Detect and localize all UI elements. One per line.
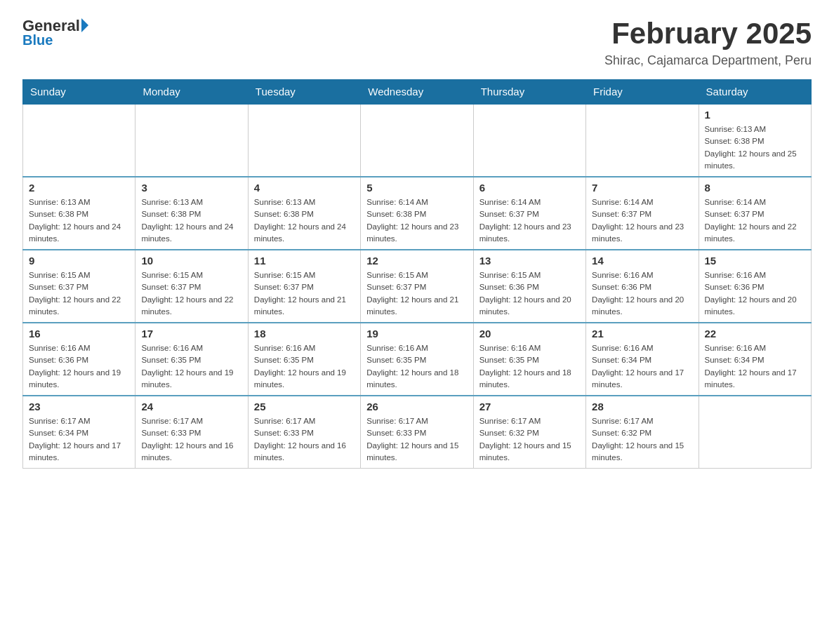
calendar-day-cell: 26Sunrise: 6:17 AMSunset: 6:33 PMDayligh… (361, 396, 473, 469)
day-info: Sunrise: 6:14 AMSunset: 6:37 PMDaylight:… (705, 196, 805, 245)
day-info: Sunrise: 6:17 AMSunset: 6:32 PMDaylight:… (479, 415, 580, 464)
day-info: Sunrise: 6:16 AMSunset: 6:35 PMDaylight:… (366, 342, 467, 391)
day-info: Sunrise: 6:13 AMSunset: 6:38 PMDaylight:… (29, 196, 129, 245)
day-number: 12 (366, 255, 467, 267)
calendar-header-row: Sunday Monday Tuesday Wednesday Thursday… (23, 80, 812, 105)
calendar-week-row: 1Sunrise: 6:13 AMSunset: 6:38 PMDaylight… (23, 104, 812, 177)
logo: General Blue (22, 17, 88, 48)
day-number: 2 (29, 182, 129, 194)
day-number: 24 (141, 401, 241, 412)
day-number: 20 (479, 328, 580, 340)
title-block: February 2025 Shirac, Cajamarca Departme… (604, 17, 812, 68)
day-number: 1 (705, 109, 805, 121)
day-number: 11 (254, 255, 355, 267)
calendar-week-row: 9Sunrise: 6:15 AMSunset: 6:37 PMDaylight… (23, 250, 812, 323)
day-info: Sunrise: 6:16 AMSunset: 6:35 PMDaylight:… (254, 342, 355, 391)
calendar-day-cell: 13Sunrise: 6:15 AMSunset: 6:36 PMDayligh… (473, 250, 585, 323)
calendar-day-cell (586, 104, 699, 177)
col-saturday: Saturday (699, 80, 811, 105)
calendar-day-cell: 14Sunrise: 6:16 AMSunset: 6:36 PMDayligh… (586, 250, 699, 323)
calendar-day-cell: 19Sunrise: 6:16 AMSunset: 6:35 PMDayligh… (361, 323, 473, 396)
col-friday: Friday (586, 80, 699, 105)
calendar-day-cell: 21Sunrise: 6:16 AMSunset: 6:34 PMDayligh… (586, 323, 699, 396)
col-thursday: Thursday (473, 80, 585, 105)
calendar-week-row: 2Sunrise: 6:13 AMSunset: 6:38 PMDaylight… (23, 177, 812, 250)
page-header: General Blue February 2025 Shirac, Cajam… (22, 17, 812, 68)
calendar-day-cell: 23Sunrise: 6:17 AMSunset: 6:34 PMDayligh… (23, 396, 135, 469)
calendar-day-cell: 17Sunrise: 6:16 AMSunset: 6:35 PMDayligh… (135, 323, 248, 396)
calendar-day-cell (699, 396, 811, 469)
calendar-day-cell (361, 104, 473, 177)
day-info: Sunrise: 6:13 AMSunset: 6:38 PMDaylight:… (141, 196, 241, 245)
day-info: Sunrise: 6:16 AMSunset: 6:34 PMDaylight:… (592, 342, 692, 391)
day-info: Sunrise: 6:16 AMSunset: 6:35 PMDaylight:… (479, 342, 580, 391)
day-info: Sunrise: 6:14 AMSunset: 6:37 PMDaylight:… (479, 196, 580, 245)
logo-blue-text: Blue (22, 32, 53, 48)
day-number: 26 (366, 401, 467, 412)
calendar-day-cell: 9Sunrise: 6:15 AMSunset: 6:37 PMDaylight… (23, 250, 135, 323)
day-info: Sunrise: 6:17 AMSunset: 6:32 PMDaylight:… (592, 415, 692, 464)
day-info: Sunrise: 6:15 AMSunset: 6:37 PMDaylight:… (254, 269, 355, 318)
calendar-day-cell: 22Sunrise: 6:16 AMSunset: 6:34 PMDayligh… (699, 323, 811, 396)
calendar-day-cell: 24Sunrise: 6:17 AMSunset: 6:33 PMDayligh… (135, 396, 248, 469)
day-number: 17 (141, 328, 241, 340)
calendar-day-cell: 6Sunrise: 6:14 AMSunset: 6:37 PMDaylight… (473, 177, 585, 250)
day-number: 14 (592, 255, 692, 267)
calendar-day-cell: 8Sunrise: 6:14 AMSunset: 6:37 PMDaylight… (699, 177, 811, 250)
calendar-week-row: 23Sunrise: 6:17 AMSunset: 6:34 PMDayligh… (23, 396, 812, 469)
day-info: Sunrise: 6:17 AMSunset: 6:33 PMDaylight:… (141, 415, 241, 464)
calendar-day-cell: 7Sunrise: 6:14 AMSunset: 6:37 PMDaylight… (586, 177, 699, 250)
calendar-day-cell: 2Sunrise: 6:13 AMSunset: 6:38 PMDaylight… (23, 177, 135, 250)
col-monday: Monday (135, 80, 248, 105)
day-number: 6 (479, 182, 580, 194)
calendar-day-cell (248, 104, 360, 177)
day-info: Sunrise: 6:16 AMSunset: 6:34 PMDaylight:… (705, 342, 805, 391)
calendar-day-cell: 1Sunrise: 6:13 AMSunset: 6:38 PMDaylight… (699, 104, 811, 177)
logo-arrow-icon (81, 18, 88, 32)
calendar-day-cell: 10Sunrise: 6:15 AMSunset: 6:37 PMDayligh… (135, 250, 248, 323)
day-info: Sunrise: 6:16 AMSunset: 6:36 PMDaylight:… (29, 342, 129, 391)
day-info: Sunrise: 6:15 AMSunset: 6:36 PMDaylight:… (479, 269, 580, 318)
day-number: 15 (705, 255, 805, 267)
calendar-day-cell: 18Sunrise: 6:16 AMSunset: 6:35 PMDayligh… (248, 323, 360, 396)
calendar-day-cell: 27Sunrise: 6:17 AMSunset: 6:32 PMDayligh… (473, 396, 585, 469)
day-info: Sunrise: 6:17 AMSunset: 6:33 PMDaylight:… (254, 415, 355, 464)
calendar-day-cell: 15Sunrise: 6:16 AMSunset: 6:36 PMDayligh… (699, 250, 811, 323)
calendar-day-cell: 25Sunrise: 6:17 AMSunset: 6:33 PMDayligh… (248, 396, 360, 469)
day-number: 28 (592, 401, 692, 412)
calendar-day-cell: 4Sunrise: 6:13 AMSunset: 6:38 PMDaylight… (248, 177, 360, 250)
day-info: Sunrise: 6:14 AMSunset: 6:38 PMDaylight:… (366, 196, 467, 245)
day-number: 3 (141, 182, 241, 194)
location-subtitle: Shirac, Cajamarca Department, Peru (604, 53, 812, 68)
day-number: 25 (254, 401, 355, 412)
col-sunday: Sunday (23, 80, 135, 105)
day-number: 8 (705, 182, 805, 194)
day-number: 7 (592, 182, 692, 194)
day-number: 10 (141, 255, 241, 267)
day-number: 18 (254, 328, 355, 340)
day-info: Sunrise: 6:13 AMSunset: 6:38 PMDaylight:… (254, 196, 355, 245)
calendar-day-cell: 16Sunrise: 6:16 AMSunset: 6:36 PMDayligh… (23, 323, 135, 396)
calendar-day-cell (23, 104, 135, 177)
day-info: Sunrise: 6:17 AMSunset: 6:33 PMDaylight:… (366, 415, 467, 464)
day-number: 5 (366, 182, 467, 194)
day-info: Sunrise: 6:13 AMSunset: 6:38 PMDaylight:… (705, 123, 805, 172)
calendar-day-cell: 3Sunrise: 6:13 AMSunset: 6:38 PMDaylight… (135, 177, 248, 250)
col-wednesday: Wednesday (361, 80, 473, 105)
day-number: 23 (29, 401, 129, 412)
day-info: Sunrise: 6:15 AMSunset: 6:37 PMDaylight:… (366, 269, 467, 318)
day-info: Sunrise: 6:15 AMSunset: 6:37 PMDaylight:… (29, 269, 129, 318)
calendar-week-row: 16Sunrise: 6:16 AMSunset: 6:36 PMDayligh… (23, 323, 812, 396)
day-number: 4 (254, 182, 355, 194)
day-number: 21 (592, 328, 692, 340)
day-number: 22 (705, 328, 805, 340)
calendar-day-cell: 12Sunrise: 6:15 AMSunset: 6:37 PMDayligh… (361, 250, 473, 323)
calendar-day-cell: 20Sunrise: 6:16 AMSunset: 6:35 PMDayligh… (473, 323, 585, 396)
calendar-day-cell (473, 104, 585, 177)
day-number: 27 (479, 401, 580, 412)
day-info: Sunrise: 6:16 AMSunset: 6:35 PMDaylight:… (141, 342, 241, 391)
day-number: 13 (479, 255, 580, 267)
day-info: Sunrise: 6:17 AMSunset: 6:34 PMDaylight:… (29, 415, 129, 464)
calendar-day-cell (135, 104, 248, 177)
day-info: Sunrise: 6:16 AMSunset: 6:36 PMDaylight:… (705, 269, 805, 318)
